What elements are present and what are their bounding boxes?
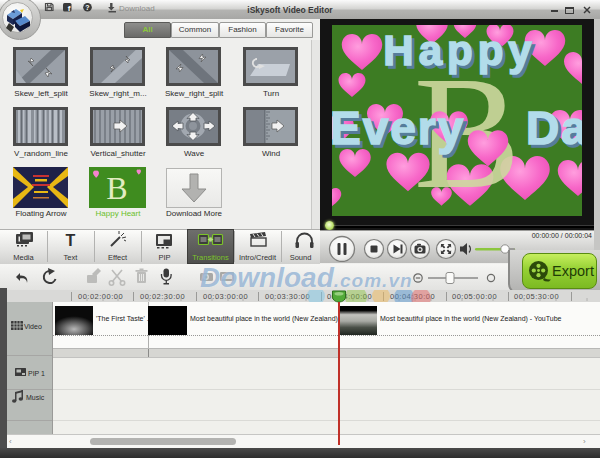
svg-text:T: T bbox=[66, 232, 76, 249]
svg-text:f: f bbox=[68, 4, 71, 13]
svg-text:?: ? bbox=[85, 4, 89, 11]
svg-text:Every: Every bbox=[332, 102, 465, 154]
svg-text:Day: Day bbox=[526, 102, 582, 154]
svg-text:Download: Download bbox=[119, 4, 155, 13]
svg-text:Happy: Happy bbox=[383, 27, 536, 74]
svg-text:B: B bbox=[106, 170, 127, 206]
